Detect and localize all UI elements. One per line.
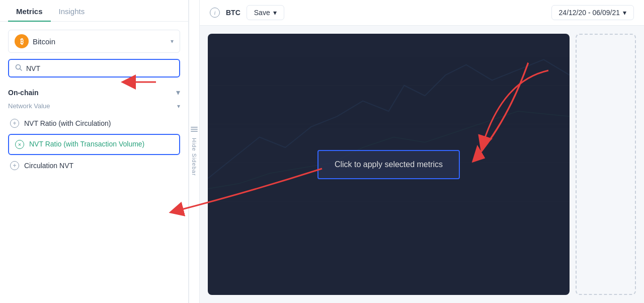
nvt-circulation-label: NVT Ratio (with Circulation) bbox=[24, 119, 111, 127]
network-value-header: Network Value ▾ bbox=[8, 102, 180, 110]
sidebar-content: ₿ Bitcoin ▾ On-chain ▾ Network Value ▾ bbox=[0, 22, 188, 303]
metric-item-circulation-nvt[interactable]: + Circulation NVT bbox=[8, 157, 180, 174]
svg-rect-4 bbox=[191, 131, 198, 132]
remove-nvt-transaction-button[interactable]: × bbox=[15, 140, 24, 149]
asset-chevron-icon: ▾ bbox=[171, 38, 174, 45]
main-content: i BTC Save ▾ 24/12/20 - 06/09/21 ▾ bbox=[200, 0, 644, 303]
onchain-section-header: On-chain ▾ bbox=[8, 88, 180, 97]
toolbar: i BTC Save ▾ 24/12/20 - 06/09/21 ▾ bbox=[200, 0, 644, 26]
svg-rect-2 bbox=[191, 127, 198, 128]
asset-name: Bitcoin bbox=[33, 37, 55, 46]
chart-container: Click to apply selected metrics bbox=[208, 34, 570, 295]
circulation-nvt-label: Circulation NVT bbox=[24, 162, 73, 170]
tab-bar: Metrics Insights bbox=[0, 0, 188, 22]
tab-metrics[interactable]: Metrics bbox=[8, 0, 51, 22]
apply-metrics-label: Click to apply selected metrics bbox=[335, 160, 443, 169]
search-input[interactable] bbox=[26, 64, 173, 72]
save-chevron-icon: ▾ bbox=[273, 9, 277, 17]
metric-item-nvt-transaction[interactable]: × NVT Ratio (with Transaction Volume) bbox=[8, 134, 180, 155]
chart-background bbox=[208, 34, 570, 215]
network-value-chevron-icon[interactable]: ▾ bbox=[177, 103, 180, 110]
network-value-label: Network Value bbox=[8, 102, 50, 110]
save-button[interactable]: Save ▾ bbox=[247, 5, 284, 20]
add-nvt-circulation-button[interactable]: + bbox=[10, 119, 19, 128]
add-circulation-nvt-button[interactable]: + bbox=[10, 161, 19, 170]
nvt-transaction-label: NVT Ratio (with Transaction Volume) bbox=[29, 140, 144, 148]
date-range-chevron-icon: ▾ bbox=[623, 9, 626, 17]
tab-insights[interactable]: Insights bbox=[51, 0, 93, 22]
asset-selector[interactable]: ₿ Bitcoin ▾ bbox=[8, 30, 180, 53]
search-box bbox=[8, 59, 180, 78]
svg-rect-3 bbox=[191, 129, 198, 130]
hide-sidebar-icon bbox=[190, 127, 198, 132]
onchain-chevron-icon[interactable]: ▾ bbox=[176, 88, 180, 97]
hide-sidebar-label: Hide Sidebar bbox=[191, 138, 197, 176]
sidebar: Metrics Insights ₿ Bitcoin ▾ On-chain bbox=[0, 0, 189, 303]
info-icon[interactable]: i bbox=[210, 8, 220, 18]
btc-label: BTC bbox=[226, 9, 240, 17]
metric-item-nvt-circulation[interactable]: + NVT Ratio (with Circulation) bbox=[8, 115, 180, 132]
right-panel bbox=[576, 34, 636, 295]
svg-line-1 bbox=[20, 69, 22, 71]
search-icon bbox=[15, 64, 22, 72]
asset-selector-left: ₿ Bitcoin bbox=[15, 34, 55, 48]
onchain-label: On-chain bbox=[8, 89, 39, 97]
hide-sidebar-tab[interactable]: Hide Sidebar bbox=[189, 0, 200, 303]
apply-metrics-button[interactable]: Click to apply selected metrics bbox=[317, 150, 460, 179]
chart-area: Click to apply selected metrics bbox=[200, 26, 644, 303]
bitcoin-icon: ₿ bbox=[15, 34, 29, 48]
date-range-picker[interactable]: 24/12/20 - 06/09/21 ▾ bbox=[551, 5, 634, 20]
date-range-label: 24/12/20 - 06/09/21 bbox=[559, 9, 620, 17]
save-label: Save bbox=[254, 9, 270, 17]
